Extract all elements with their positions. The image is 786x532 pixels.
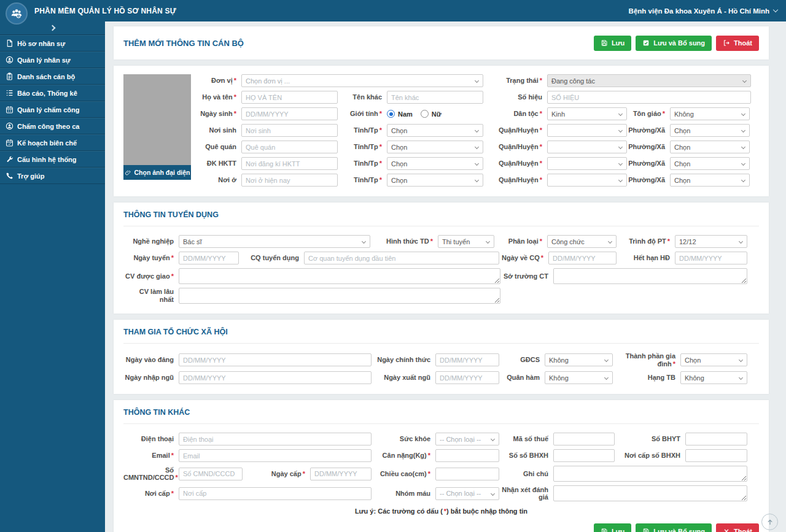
field-label: Quận/Huyện*: [492, 160, 547, 168]
chevron-down-icon: [741, 145, 745, 149]
ngay-sinh-input[interactable]: [241, 107, 338, 120]
chevron-down-icon: [618, 161, 623, 166]
noi-o-phuong-xa-select[interactable]: Chọn: [670, 174, 750, 187]
dien-thoai-input[interactable]: [179, 433, 372, 445]
field-label: Tỉnh/Tp*: [338, 176, 387, 184]
gdcs-select[interactable]: Không: [545, 353, 613, 366]
field-label: Phường/Xã: [627, 176, 670, 184]
nhom-mau-select[interactable]: -- Chọn loại --: [435, 487, 499, 500]
required-mark: *: [540, 110, 542, 117]
dk-hktt-quan-huyen-select[interactable]: [547, 157, 627, 170]
can-nang-input[interactable]: [435, 449, 499, 462]
nhan-xet-danh-gia-textarea[interactable]: [553, 485, 747, 501]
required-mark: *: [663, 110, 665, 117]
ngay-ve-cq-input[interactable]: [548, 252, 617, 264]
required-mark: *: [379, 110, 382, 117]
chieu-cao-input[interactable]: [435, 468, 499, 480]
phan-loai-select[interactable]: Công chức: [547, 235, 617, 248]
save-and-add-button-bottom[interactable]: Lưu và Bổ sung: [636, 523, 712, 532]
ngay-chinh-thuc-input[interactable]: [435, 353, 499, 366]
ma-so-thue-input[interactable]: [553, 433, 615, 445]
field-label: Hết hạn HĐ: [617, 254, 675, 262]
so-cmnd-cccd-input[interactable]: [179, 468, 243, 480]
sidebar-item-ho-so-nhan-su[interactable]: Hồ sơ nhân sự: [0, 35, 105, 52]
ngay-cap-input[interactable]: [310, 468, 372, 480]
so-so-bhxh-input[interactable]: [553, 449, 615, 462]
sidebar-item-cham-cong-theo-ca[interactable]: Chấm công theo ca: [0, 118, 105, 134]
ngay-nhap-ngu-input[interactable]: [179, 371, 372, 384]
sidebar-item-tro-giup[interactable]: Trợ giúp: [0, 168, 105, 184]
field-label: Nơi ở: [198, 176, 241, 184]
chevron-down-icon: [475, 178, 479, 182]
gender-radio-nu[interactable]: [421, 110, 429, 118]
so-bhyt-input[interactable]: [685, 433, 747, 445]
cq-tuyen-dung-input[interactable]: [304, 252, 499, 264]
required-mark: *: [673, 360, 675, 368]
floppy-icon: [642, 528, 650, 532]
suc-khoe-select[interactable]: -- Chọn loại --: [435, 433, 499, 445]
sidebar-item-quan-ly-cham-cong[interactable]: Quản lý chấm công: [0, 101, 105, 118]
sidebar-item-quan-ly-nhan-su[interactable]: Quản lý nhân sự: [0, 52, 105, 68]
required-mark: *: [379, 143, 382, 150]
so-hieu-input[interactable]: [547, 91, 751, 104]
que-quan-quan-huyen-select[interactable]: [547, 141, 627, 153]
dan-toc-select[interactable]: Kinh: [547, 107, 627, 120]
calendar-icon: [6, 139, 14, 147]
noi-cap-input[interactable]: [179, 487, 372, 500]
field-label: Số sổ BHXH: [499, 452, 553, 460]
field-label: Nhận xét đánh giá: [499, 486, 553, 501]
noi-sinh-tinh-tp-select[interactable]: Chọn: [387, 124, 483, 137]
save-button-bottom[interactable]: Lưu: [594, 523, 631, 532]
que-quan-input[interactable]: [241, 141, 338, 153]
nghe-nghiep-select[interactable]: Bác sĩ: [179, 235, 370, 248]
noi-sinh-quan-huyen-select[interactable]: [547, 124, 627, 137]
field-label: Nơi cấp số BHXH: [615, 452, 685, 460]
dk-hktt-phuong-xa-select[interactable]: Chọn: [670, 157, 750, 170]
het-han-hd-input[interactable]: [675, 252, 747, 264]
dk-hktt-input[interactable]: [241, 157, 338, 170]
so-truong-ct-textarea[interactable]: [553, 268, 747, 284]
noi-o-tinh-tp-select[interactable]: Chọn: [387, 174, 483, 187]
exit-button-bottom[interactable]: Thoát: [716, 523, 759, 532]
trinh-do-pt-select[interactable]: 12/12: [675, 235, 747, 248]
sidebar-item-bao-cao-thong-ke[interactable]: Báo cáo, Thống kê: [0, 85, 105, 101]
ghi-chu-textarea[interactable]: [553, 466, 747, 482]
hinh-thuc-td-select[interactable]: Thi tuyển: [438, 235, 494, 248]
save-button-top[interactable]: Lưu: [594, 36, 631, 51]
noi-cap-so-bhxh-input[interactable]: [685, 449, 747, 462]
ngay-vao-dang-input[interactable]: [179, 353, 372, 366]
sidebar-item-ke-hoach-bien-che[interactable]: Kế hoạch biên chế: [0, 134, 105, 151]
noi-sinh-phuong-xa-select[interactable]: Chọn: [670, 124, 750, 137]
email-input[interactable]: [179, 449, 372, 462]
ngay-xuat-ngu-input[interactable]: [435, 371, 499, 384]
scroll-to-top-button[interactable]: [761, 514, 778, 530]
thanh-phan-gia-dinh-select[interactable]: Chọn: [680, 353, 747, 366]
org-selector[interactable]: Bệnh viện Đa khoa Xuyên Á - Hồ Chí Minh: [629, 7, 777, 15]
noi-sinh-input[interactable]: [241, 124, 338, 137]
que-quan-tinh-tp-select[interactable]: Chọn: [387, 141, 483, 153]
hang-tb-select[interactable]: Không: [680, 371, 747, 384]
don-vi-select[interactable]: Chọn đơn vị ...: [241, 74, 483, 87]
sidebar-item-label: Quản lý chấm công: [17, 106, 79, 114]
cv-duoc-giao-textarea[interactable]: [179, 268, 500, 284]
choose-avatar-button[interactable]: Chọn ảnh đại diện: [123, 165, 191, 180]
required-mark: *: [234, 77, 236, 84]
ho-ten-input[interactable]: [241, 91, 338, 104]
exit-button-top[interactable]: Thoát: [716, 36, 759, 51]
chevron-down-icon: [739, 239, 743, 244]
save-and-add-button-top[interactable]: Lưu và Bổ sung: [636, 36, 712, 51]
sidebar-item-danh-sach-can-bo[interactable]: Danh sách cán bộ: [0, 68, 105, 85]
trang-thai-select[interactable]: Đang công tác: [547, 74, 751, 87]
cv-lam-lau-nhat-textarea[interactable]: [179, 288, 500, 304]
ngay-tuyen-input[interactable]: [179, 252, 239, 264]
ton-giao-select[interactable]: Không: [670, 107, 750, 120]
ten-khac-input[interactable]: [387, 91, 483, 104]
noi-o-input[interactable]: [241, 174, 338, 187]
quan-ham-select[interactable]: Không: [545, 371, 613, 384]
noi-o-quan-huyen-select[interactable]: [547, 174, 627, 187]
gender-radio-nam[interactable]: [387, 110, 395, 118]
field-label: Quê quán: [198, 143, 241, 151]
sidebar-item-cau-hinh-he-thong[interactable]: Cấu hình hệ thống: [0, 151, 105, 168]
que-quan-phuong-xa-select[interactable]: Chọn: [670, 141, 750, 153]
dk-hktt-tinh-tp-select[interactable]: Chọn: [387, 157, 483, 170]
